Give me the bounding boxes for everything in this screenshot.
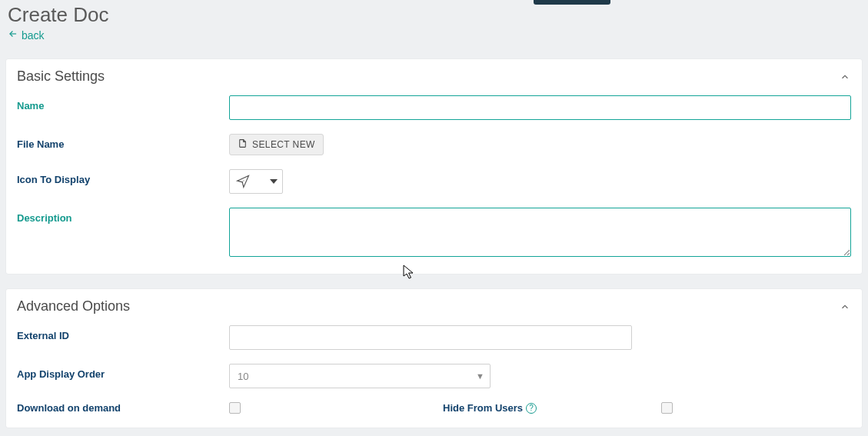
page-title: Create Doc — [8, 3, 862, 27]
download-on-demand-label: Download on demand — [17, 402, 121, 414]
hide-from-users-label: Hide From Users — [443, 402, 523, 414]
file-icon — [238, 138, 248, 151]
download-on-demand-checkbox[interactable] — [229, 402, 241, 414]
basic-settings-panel: Basic Settings Name File Name — [6, 59, 862, 274]
collapse-basic-button[interactable] — [839, 71, 851, 83]
name-input[interactable] — [229, 95, 851, 120]
icon-to-display-label: Icon To Display — [17, 169, 229, 185]
select-new-button[interactable]: SELECT NEW — [229, 134, 324, 155]
back-link-label: back — [22, 29, 45, 42]
app-display-order-select[interactable]: 10 — [229, 364, 491, 388]
caret-down-icon — [270, 179, 278, 184]
advanced-options-panel: Advanced Options External ID App Display… — [6, 289, 862, 428]
external-id-label: External ID — [17, 325, 229, 341]
select-new-label: SELECT NEW — [252, 139, 315, 150]
top-bar-button[interactable] — [534, 0, 610, 5]
app-display-order-label: App Display Order — [17, 364, 229, 380]
paper-plane-icon — [234, 173, 251, 190]
description-label: Description — [17, 208, 229, 224]
collapse-advanced-button[interactable] — [839, 301, 851, 313]
back-link[interactable]: back — [8, 28, 45, 42]
hide-from-users-checkbox[interactable] — [661, 402, 673, 414]
help-icon[interactable]: ? — [526, 403, 537, 414]
external-id-input[interactable] — [229, 325, 632, 350]
advanced-options-title: Advanced Options — [17, 298, 130, 315]
basic-settings-title: Basic Settings — [17, 68, 105, 85]
file-name-label: File Name — [17, 134, 229, 150]
arrow-left-icon — [8, 28, 18, 42]
icon-picker[interactable] — [229, 169, 283, 194]
name-label: Name — [17, 95, 229, 111]
description-textarea[interactable] — [229, 208, 851, 257]
